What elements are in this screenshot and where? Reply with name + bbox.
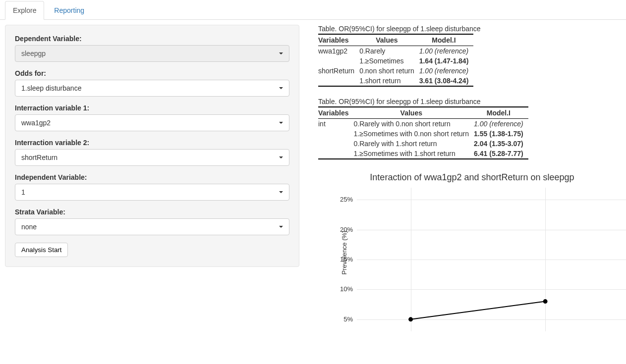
analysis-start-button[interactable]: Analysis Start: [15, 243, 68, 257]
strata-label: Strata Variable:: [15, 208, 289, 216]
odds-value: 1.sleep disturbance: [21, 84, 81, 92]
indvar-select[interactable]: 1: [15, 184, 289, 201]
table-row: 1.≥Sometimes1.64 (1.47-1.84): [318, 56, 473, 66]
depvar-label: Dependent Variable:: [15, 35, 289, 43]
table-row: 1.short return3.61 (3.08-4.24): [318, 76, 473, 86]
tab-reporting[interactable]: Reporting: [46, 1, 92, 20]
table1: Variables Values Model.I wwa1gp20.Rarely…: [318, 34, 473, 87]
strata-select[interactable]: none: [15, 218, 289, 235]
tab-explore[interactable]: Explore: [5, 1, 44, 20]
table-row: shortReturn0.non short return1.00 (refer…: [318, 66, 473, 76]
indvar-label: Independent Variable:: [15, 173, 289, 181]
table-row: wwa1gp20.Rarely1.00 (reference): [318, 46, 473, 56]
int1-value: wwa1gp2: [21, 119, 51, 127]
tabs: Explore Reporting: [0, 1, 626, 20]
caret-icon: [279, 87, 283, 89]
th-variables: Variables: [318, 34, 359, 46]
th-values: Values: [359, 34, 419, 46]
svg-point-0: [408, 317, 413, 321]
odds-select[interactable]: 1.sleep disturbance: [15, 80, 289, 97]
int2-label: Interraction variable 2:: [15, 139, 289, 147]
int2-select[interactable]: shortReturn: [15, 149, 289, 166]
table2: Variables Values Model.I int0.Rarely wit…: [318, 106, 528, 159]
int2-value: shortReturn: [21, 154, 57, 161]
table-row: 1.≥Sometimes with 0.non short return1.55…: [318, 129, 528, 139]
y-tick-label: 20%: [335, 226, 353, 233]
th-model: Model.I: [474, 107, 528, 119]
caret-icon: [279, 52, 283, 54]
depvar-value: sleepgp: [21, 50, 46, 57]
strata-value: none: [21, 223, 37, 231]
chart-title: Interaction of wwa1gp2 and shortReturn o…: [318, 170, 626, 188]
y-tick-label: 10%: [335, 285, 353, 293]
caret-icon: [279, 191, 283, 193]
caret-icon: [279, 156, 283, 158]
th-model: Model.I: [419, 34, 474, 46]
caret-icon: [279, 226, 283, 228]
y-tick-label: 25%: [335, 196, 353, 203]
y-axis-label: Prevalence (%): [341, 230, 348, 274]
table-row: 1.≥Sometimes with 1.short return6.41 (5.…: [318, 149, 528, 159]
th-variables: Variables: [318, 107, 354, 119]
indvar-value: 1: [21, 188, 25, 196]
depvar-select[interactable]: sleepgp: [15, 45, 289, 62]
y-tick-label: 5%: [335, 315, 353, 323]
int1-select[interactable]: wwa1gp2: [15, 114, 289, 131]
table1-caption: Table. OR(95%CI) for sleepgp of 1.sleep …: [318, 25, 626, 33]
y-tick-label: 15%: [335, 256, 353, 263]
th-values: Values: [354, 107, 474, 119]
table2-caption: Table. OR(95%CI) for sleepgp of 1.sleep …: [318, 98, 626, 105]
svg-point-1: [543, 299, 548, 304]
table-row: int0.Rarely with 0.non short return1.00 …: [318, 119, 528, 129]
odds-label: Odds for:: [15, 69, 289, 77]
caret-icon: [279, 122, 283, 124]
chart: Interaction of wwa1gp2 and shortReturn o…: [318, 170, 626, 334]
int1-label: Interraction variable 1:: [15, 104, 289, 112]
table-row: 0.Rarely with 1.short return2.04 (1.35-3…: [318, 139, 528, 149]
controls-panel: Dependent Variable: sleepgp Odds for: 1.…: [5, 25, 299, 267]
